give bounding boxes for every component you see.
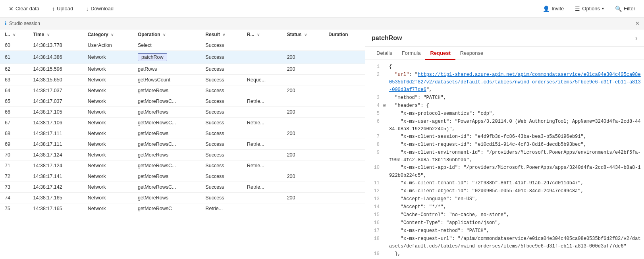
col-status[interactable]: Status ∨	[282, 29, 324, 40]
table-row[interactable]: 7014:38:17.124NetworkgetMoreRowsSuccess2…	[0, 150, 365, 160]
line-number: 11	[368, 180, 380, 187]
line-number: 4	[368, 102, 380, 110]
url-link[interactable]: https://tip1-shared.azure-apim.net/apim/…	[389, 72, 641, 93]
col-r[interactable]: R... ∨	[242, 29, 282, 40]
code-line: 5 "x-ms-protocol-semantics": "cdp",	[365, 110, 644, 118]
code-line: 16 "Content-Type": "application/json",	[365, 219, 644, 227]
code-line: 19 },	[365, 250, 644, 258]
code-content: "x-ms-protocol-semantics": "cdp",	[389, 110, 641, 118]
tab-response[interactable]: Response	[455, 47, 488, 60]
panel-header: patchRow ›	[365, 29, 644, 47]
code-line: 13 "Accept-Language": "en-US",	[365, 195, 644, 203]
code-area[interactable]: 1{2 "url": "https://tip1-shared.azure-ap…	[365, 60, 644, 259]
code-line: 11 "x-ms-client-tenant-id": "72f988bf-86…	[365, 180, 644, 187]
code-line: 8 "x-ms-client-request-id": "e10cd151-91…	[365, 141, 644, 149]
line-number: 6	[368, 118, 380, 126]
table-row[interactable]: 6714:38:17.106NetworkgetMoreRowsC...Succ…	[0, 118, 365, 128]
table-row[interactable]: 6114:38:14.386NetworkpatchRowSuccess200	[0, 51, 365, 64]
left-panel: I... ∨ Time ∨ Category ∨ Operation ∨ Res…	[0, 29, 365, 259]
clear-data-button[interactable]: ✕ Clear data	[6, 4, 42, 14]
data-table[interactable]: I... ∨ Time ∨ Category ∨ Operation ∨ Res…	[0, 29, 365, 259]
invite-icon: 👤	[543, 6, 550, 12]
session-bar: ℹ Studio session ×	[0, 17, 644, 29]
code-line: 2 "url": "https://tip1-shared.azure-apim…	[365, 71, 644, 94]
line-number: 18	[368, 235, 380, 243]
tab-details[interactable]: Details	[372, 47, 397, 60]
line-number: 14	[368, 203, 380, 211]
table-row[interactable]: 7214:38:17.141NetworkgetMoreRowsSuccess2…	[0, 171, 365, 182]
table-row[interactable]: 7114:38:17.124NetworkgetMoreRowsC...Succ…	[0, 160, 365, 171]
table-row[interactable]: 6514:38:17.037NetworkgetMoreRowsC...Succ…	[0, 96, 365, 107]
toolbar-left: ✕ Clear data ↑ Upload ↓ Download	[6, 4, 116, 14]
code-line: 7 "x-ms-client-session-id": "e4d9fb3d-fc…	[365, 133, 644, 141]
table-row[interactable]: 6414:38:17.037NetworkgetMoreRowsSuccess2…	[0, 85, 365, 96]
line-number: 8	[368, 141, 380, 149]
code-content: "Accept-Language": "en-US",	[389, 195, 641, 203]
expand-button[interactable]: ⊟	[383, 102, 388, 110]
col-category[interactable]: Category ∨	[83, 29, 133, 40]
code-line: 18 "x-ms-request-url": "/apim/commondata…	[365, 235, 644, 250]
code-content: "x-ms-client-session-id": "e4d9fb3d-fc86…	[389, 133, 641, 141]
code-line: 14 "Accept": "*/*",	[365, 203, 644, 211]
code-content: "Accept": "*/*",	[389, 203, 641, 211]
table-row[interactable]: 6014:38:13.778UserActionSelectSuccess	[0, 40, 365, 51]
line-number: 5	[368, 110, 380, 118]
table-row[interactable]: 7414:38:17.165NetworkgetMoreRowsSuccess2…	[0, 193, 365, 203]
filter-button[interactable]: 🔍 Filter	[613, 4, 638, 14]
code-content: "x-ms-user-agent": "PowerApps/3.20114.0 …	[389, 118, 641, 133]
code-line: 12 "x-ms-client-object-id": "02d0905c-e0…	[365, 187, 644, 195]
panel-tabs: DetailsFormulaRequestResponse	[365, 47, 644, 60]
table-row[interactable]: 7314:38:17.142NetworkgetMoreRowsC...Succ…	[0, 182, 365, 193]
code-line: 15 "Cache-Control": "no-cache, no-store"…	[365, 211, 644, 219]
toolbar: ✕ Clear data ↑ Upload ↓ Download 👤 Invit…	[0, 0, 644, 17]
code-content: "Cache-Control": "no-cache, no-store",	[389, 211, 641, 219]
line-number: 1	[368, 63, 380, 71]
right-panel: patchRow › DetailsFormulaRequestResponse…	[365, 29, 644, 259]
code-content: "method": "PATCH",	[389, 94, 641, 102]
invite-button[interactable]: 👤 Invite	[540, 4, 566, 14]
table-row[interactable]: 6614:38:17.105NetworkgetMoreRowsSuccess2…	[0, 107, 365, 118]
filter-icon: 🔍	[615, 6, 622, 12]
line-number: 19	[368, 250, 380, 258]
col-result[interactable]: Result ∨	[201, 29, 242, 40]
code-content: "x-ms-client-environment-id": "/provider…	[389, 149, 641, 164]
line-number: 16	[368, 219, 380, 227]
line-number: 10	[368, 164, 380, 172]
table-row[interactable]: 6814:38:17.111NetworkgetMoreRowsSuccess2…	[0, 128, 365, 139]
panel-title: patchRow	[372, 35, 402, 42]
line-number: 7	[368, 133, 380, 141]
code-content: "Content-Type": "application/json",	[389, 219, 641, 227]
download-icon: ↓	[86, 6, 89, 12]
info-icon: ℹ	[5, 21, 7, 26]
code-line: 4⊟ "headers": {	[365, 102, 644, 110]
line-number: 13	[368, 195, 380, 203]
table-header-row: I... ∨ Time ∨ Category ∨ Operation ∨ Res…	[0, 29, 365, 40]
code-line: 10 "x-ms-client-app-id": "/providers/Mic…	[365, 164, 644, 179]
tab-formula[interactable]: Formula	[397, 47, 426, 60]
col-duration[interactable]: Duration	[324, 29, 365, 40]
line-number: 9	[368, 149, 380, 157]
options-button[interactable]: ☰ Options ▾	[573, 4, 606, 14]
upload-button[interactable]: ↑ Upload	[50, 4, 75, 14]
table-row[interactable]: 6314:38:15.650NetworkgetRowsCountSuccess…	[0, 75, 365, 85]
table-row[interactable]: 6214:38:15.596NetworkgetRowsSuccess200	[0, 64, 365, 75]
line-number: 3	[368, 94, 380, 102]
code-content: "x-ms-request-url": "/apim/commondataser…	[389, 235, 641, 250]
tab-request[interactable]: Request	[425, 47, 455, 60]
col-id[interactable]: I... ∨	[0, 29, 29, 40]
table-row[interactable]: 6914:38:17.111NetworkgetMoreRowsC...Succ…	[0, 139, 365, 150]
col-operation[interactable]: Operation ∨	[133, 29, 201, 40]
code-content: {	[389, 63, 641, 71]
line-number: 17	[368, 227, 380, 235]
code-content: "url": "https://tip1-shared.azure-apim.n…	[389, 71, 641, 94]
download-button[interactable]: ↓ Download	[83, 4, 116, 14]
session-close-button[interactable]: ×	[636, 20, 639, 27]
upload-icon: ↑	[52, 6, 55, 12]
col-time[interactable]: Time ∨	[29, 29, 83, 40]
code-line: 3 "method": "PATCH",	[365, 94, 644, 102]
panel-expand-button[interactable]: ›	[635, 33, 638, 43]
code-line: 9 "x-ms-client-environment-id": "/provid…	[365, 149, 644, 164]
table-row[interactable]: 7514:38:17.165NetworkgetMoreRowsCRetrie.…	[0, 203, 365, 214]
toolbar-right: 👤 Invite ☰ Options ▾ 🔍 Filter	[540, 4, 638, 14]
options-icon: ☰	[575, 6, 580, 12]
